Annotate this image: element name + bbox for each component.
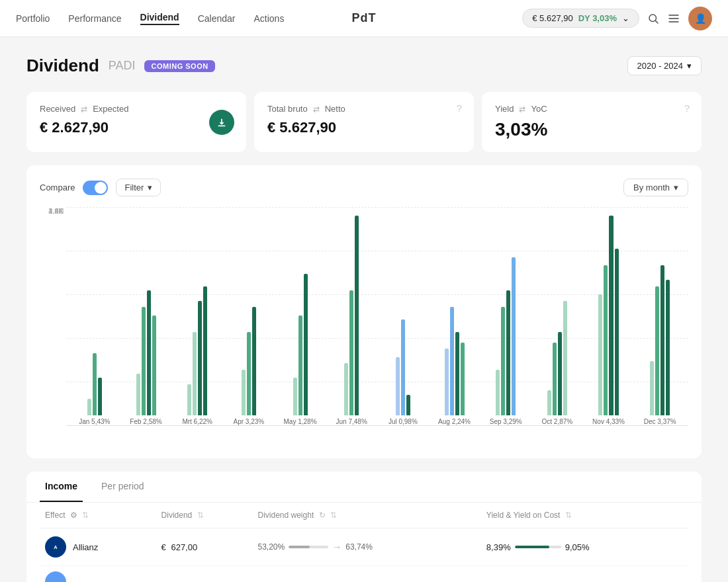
jul-label: Jul 0,98% bbox=[388, 418, 418, 425]
bar bbox=[349, 290, 353, 415]
bar-chart: 6K 4.8K 3.6K 2.4K 1.2K 0 bbox=[40, 207, 688, 445]
jan-bars bbox=[87, 207, 102, 415]
bar bbox=[609, 216, 614, 415]
page-content: Dividend PADI COMING SOON 2020 - 2024 ▾ … bbox=[0, 37, 728, 582]
avatar[interactable]: 👤 bbox=[688, 7, 712, 30]
month-group-oct: Oct 2,87% bbox=[531, 207, 583, 425]
year-range-selector[interactable]: 2020 - 2024 ▾ bbox=[627, 56, 702, 75]
filter-caret-icon: ▾ bbox=[148, 183, 152, 192]
netto-label: Netto bbox=[325, 104, 345, 114]
weight-info-icon[interactable]: ↻ bbox=[319, 511, 326, 520]
table-header: Effect ⚙ ⇅ Dividend ⇅ Dividend weight ↻ … bbox=[40, 503, 688, 528]
received-card: Received ⇄ Expected € 2.627,90 bbox=[26, 92, 246, 152]
nav-portfolio[interactable]: Portfolio bbox=[16, 13, 50, 24]
grid-line-6 bbox=[66, 425, 688, 426]
weight-sort-icon[interactable]: ⇅ bbox=[330, 511, 337, 520]
bar bbox=[93, 353, 97, 416]
menu-button[interactable] bbox=[667, 12, 680, 25]
bar bbox=[87, 399, 91, 415]
weight-fill bbox=[289, 546, 310, 548]
tab-income[interactable]: Income bbox=[40, 472, 83, 502]
app-logo: PdT bbox=[352, 11, 377, 25]
svg-point-0 bbox=[649, 15, 657, 22]
yield-on-cost: 9,05% bbox=[565, 542, 590, 552]
page-header: Dividend PADI COMING SOON 2020 - 2024 ▾ bbox=[26, 56, 702, 76]
month-group-jul: Jul 0,98% bbox=[377, 207, 429, 425]
month-group-feb: Feb 2,58% bbox=[120, 207, 172, 425]
yield-card: Yield ⇄ YoC 3,03% ? bbox=[482, 92, 702, 152]
bar bbox=[615, 249, 619, 415]
yield-sort-icon[interactable]: ⇅ bbox=[565, 511, 572, 520]
table-section: Income Per period Effect ⚙ ⇅ Dividend ⇅ bbox=[26, 472, 702, 582]
page-title: Dividend bbox=[26, 56, 99, 76]
th-dividend: Dividend ⇅ bbox=[156, 503, 253, 528]
chart-section: Compare Filter ▾ By month ▾ 6K 4.8K 3.6K… bbox=[26, 165, 702, 458]
bar bbox=[304, 274, 308, 415]
bar bbox=[252, 307, 256, 415]
portfolio-value-pill[interactable]: € 5.627,90 DY 3,03% ⌄ bbox=[522, 9, 639, 28]
nav-right: € 5.627,90 DY 3,03% ⌄ 👤 bbox=[522, 7, 712, 30]
table-wrapper: Effect ⚙ ⇅ Dividend ⇅ Dividend weight ↻ … bbox=[26, 503, 702, 582]
th-effect-label: Effect bbox=[45, 511, 65, 520]
table-row: A Allianz € 627,00 53,20% bbox=[40, 528, 688, 566]
bar bbox=[152, 315, 156, 415]
nav-actions[interactable]: Actions bbox=[253, 13, 284, 24]
th-effect: Effect ⚙ ⇅ bbox=[40, 503, 156, 528]
svg-text:A: A bbox=[54, 544, 58, 550]
tab-per-period[interactable]: Per period bbox=[96, 472, 150, 502]
jun-label: Jun 7,48% bbox=[336, 418, 367, 425]
bar bbox=[187, 384, 191, 415]
yield-bar-group: 8,39% 9,05% bbox=[486, 542, 683, 552]
nav-performance[interactable]: Performance bbox=[68, 13, 121, 24]
compare-toggle[interactable] bbox=[83, 181, 108, 195]
table-row-2 bbox=[40, 566, 688, 583]
bar bbox=[604, 265, 608, 415]
nav-calendar[interactable]: Calendar bbox=[198, 13, 236, 24]
month-group-apr: Apr 3,23% bbox=[223, 207, 275, 425]
th-yield-label: Yield & Yield on Cost bbox=[486, 511, 561, 520]
help-icon-2[interactable]: ? bbox=[684, 103, 690, 114]
compare-label: Compare bbox=[40, 183, 75, 192]
month-group-sep: Sep 3,29% bbox=[480, 207, 531, 425]
oct-label: Oct 2,87% bbox=[542, 418, 573, 425]
bar bbox=[512, 257, 516, 415]
filter-button[interactable]: Filter ▾ bbox=[116, 179, 161, 196]
month-group-nov: Nov 4,33% bbox=[583, 207, 635, 425]
received-value: € 2.627,90 bbox=[40, 119, 233, 136]
th-dividend-label: Dividend bbox=[161, 511, 193, 520]
yield-value: 3,03% bbox=[495, 119, 688, 140]
search-button[interactable] bbox=[647, 13, 659, 24]
month-group-aug: Aug 2,24% bbox=[429, 207, 480, 425]
bar bbox=[247, 332, 251, 415]
company-name: Allianz bbox=[73, 542, 98, 552]
month-group-may: May 1,28% bbox=[275, 207, 326, 425]
table-tabs: Income Per period bbox=[26, 472, 702, 503]
bar bbox=[198, 301, 202, 415]
nav-dividend[interactable]: Dividend bbox=[140, 12, 179, 25]
bar bbox=[298, 315, 302, 415]
feb-label: Feb 2,58% bbox=[130, 418, 161, 425]
navigation: Portfolio Performance Dividend Calendar … bbox=[0, 0, 728, 37]
bar bbox=[553, 343, 557, 415]
bar bbox=[563, 301, 567, 415]
page-title-group: Dividend PADI COMING SOON bbox=[26, 56, 215, 76]
y-label-0: 0 bbox=[40, 207, 64, 215]
bar bbox=[293, 378, 297, 415]
nav-links: Portfolio Performance Dividend Calendar … bbox=[16, 12, 284, 25]
year-range-caret-icon: ▾ bbox=[687, 61, 692, 71]
bar bbox=[142, 307, 146, 415]
bar bbox=[455, 332, 459, 415]
dividend-sort-icon[interactable]: ⇅ bbox=[197, 511, 204, 520]
bar bbox=[136, 374, 140, 415]
weight-from: 53,20% bbox=[258, 542, 285, 552]
filter-label: Filter bbox=[124, 183, 144, 192]
download-icon[interactable] bbox=[209, 110, 234, 135]
help-icon-1[interactable]: ? bbox=[457, 103, 462, 114]
by-month-button[interactable]: By month ▾ bbox=[623, 179, 688, 196]
bar bbox=[193, 332, 197, 415]
total-bruto-value: € 5.627,90 bbox=[267, 119, 461, 136]
swap-icon-1: ⇄ bbox=[81, 104, 87, 114]
effect-sort-icon[interactable]: ⇅ bbox=[82, 511, 89, 520]
effect-settings-icon[interactable]: ⚙ bbox=[70, 511, 77, 520]
jan-label: Jan 5,43% bbox=[79, 418, 110, 425]
